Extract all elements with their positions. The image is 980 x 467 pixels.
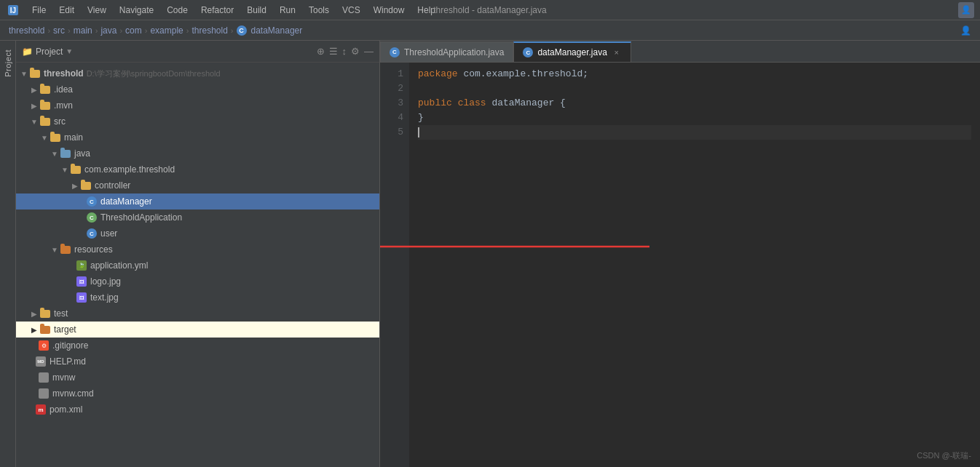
text-cursor [418, 127, 419, 137]
menu-view[interactable]: View [82, 4, 112, 17]
tree-item-main[interactable]: ▼ main [16, 129, 379, 145]
arrow-thresholdapp [80, 212, 86, 223]
code-line-4: } [418, 111, 971, 125]
tree-item-datamanager[interactable]: C dataManager [16, 193, 379, 209]
tree-item-resources[interactable]: ▼ resources [16, 242, 379, 258]
menu-edit[interactable]: Edit [53, 4, 80, 17]
tree-item-pom-xml[interactable]: m pom.xml [16, 402, 379, 418]
tree-item-threshold[interactable]: ▼ threshold D:\学习案例\springbootDom\thresh… [16, 65, 379, 81]
arrow-help-md [29, 356, 35, 367]
tab-label-1: ThresholdApplication.java [404, 47, 504, 57]
breadcrumb-threshold2[interactable]: threshold [191, 25, 227, 36]
breadcrumb: threshold › src › main › java › com › ex… [0, 20, 980, 41]
menu-code[interactable]: Code [161, 4, 194, 17]
watermark: CSDN @-联瑞- [917, 450, 971, 461]
menu-window[interactable]: Window [368, 4, 411, 17]
user-avatar[interactable]: 👤 [958, 2, 974, 18]
label-main: main [64, 132, 83, 143]
icon-main [50, 132, 61, 143]
icon-threshold [29, 68, 41, 79]
tree-item-user[interactable]: C user [16, 225, 379, 242]
line-numbers: 1 2 3 4 5 [380, 63, 409, 467]
tree-item-thresholdapp[interactable]: C ThresholdApplication [16, 209, 379, 225]
tree-item-help-md[interactable]: MD HELP.md [16, 354, 379, 370]
tree-item-com-example[interactable]: ▼ com.example.threshold [16, 161, 379, 177]
label-threshold-path: D:\学习案例\springbootDom\threshold [87, 68, 221, 79]
tab-close-button[interactable]: × [612, 47, 622, 57]
label-idea: .idea [54, 84, 73, 95]
tree-item-application-yml[interactable]: 🍃 application.yml [16, 258, 379, 274]
breadcrumb-com[interactable]: com [125, 25, 142, 36]
arrow-logo-jpg [70, 276, 76, 287]
label-mvn: .mvn [54, 100, 73, 111]
menu-navigate[interactable]: Navigate [114, 4, 159, 17]
tree-item-src[interactable]: ▼ src [16, 113, 379, 129]
pkg-name: com.example.threshold; [458, 67, 588, 81]
code-line-2 [418, 81, 971, 96]
icon-user: C [86, 228, 98, 239]
sp1 [452, 96, 458, 111]
menu-build[interactable]: Build [241, 4, 272, 17]
tab-label-2: dataManager.java [537, 47, 606, 57]
tree-item-mvnw-cmd[interactable]: mvnw.cmd [16, 386, 379, 402]
settings-icon[interactable]: ⚙ [351, 46, 360, 57]
label-resources: resources [74, 244, 113, 255]
arrow-user [80, 228, 86, 239]
menu-refactor[interactable]: Refactor [195, 4, 240, 17]
label-thresholdapp: ThresholdApplication [100, 212, 182, 223]
tree-item-target[interactable]: ▶ target [16, 322, 379, 338]
breadcrumb-example[interactable]: example [150, 25, 183, 36]
locate-icon[interactable]: ⊕ [317, 46, 325, 57]
tree-item-controller[interactable]: ▶ controller [16, 177, 379, 193]
kw-class: class [458, 96, 486, 111]
code-content[interactable]: package com.example.threshold; public cl… [409, 63, 980, 467]
breadcrumb-datamanager[interactable]: dataManager [251, 25, 303, 36]
arrow-application-yml [70, 260, 76, 271]
breadcrumb-java[interactable]: java [100, 25, 116, 36]
arrow-src: ▼ [29, 116, 39, 127]
arrow-java: ▼ [50, 148, 60, 159]
tree-item-logo-jpg[interactable]: 🖼 logo.jpg [16, 274, 379, 290]
menu-file[interactable]: File [26, 4, 52, 17]
tree-item-mvnw[interactable]: mvnw [16, 370, 379, 386]
label-test: test [54, 308, 68, 319]
project-dropdown-arrow[interactable]: ▼ [66, 47, 73, 55]
minimize-icon[interactable]: — [364, 46, 374, 57]
side-tab-project[interactable]: Project [1, 44, 15, 83]
project-tab-label: 📁 Project ▼ [22, 47, 73, 57]
code-area[interactable]: 1 2 3 4 5 package com.example.threshold;… [380, 63, 980, 467]
icon-gitignore: ⚙ [38, 340, 50, 351]
breadcrumb-src[interactable]: src [53, 25, 65, 36]
label-user: user [100, 228, 117, 239]
arrow-text-jpg [70, 292, 76, 303]
tree-item-mvn[interactable]: ▶ .mvn [16, 97, 379, 113]
icon-resources [60, 244, 71, 255]
collapse-icon[interactable]: ☰ [329, 46, 338, 57]
arrow-main: ▼ [39, 132, 50, 143]
icon-text-jpg: 🖼 [76, 292, 87, 303]
label-datamanager: dataManager [100, 196, 152, 207]
tab-thresholdapplication[interactable]: C ThresholdApplication.java [380, 41, 513, 62]
breadcrumb-action[interactable]: 👤 [960, 25, 971, 36]
breadcrumb-threshold[interactable]: threshold [9, 25, 44, 36]
arrow-mvnw-cmd [32, 388, 38, 399]
tree-item-java[interactable]: ▼ java [16, 145, 379, 161]
tree-item-gitignore[interactable]: ⚙ .gitignore [16, 338, 379, 354]
label-pom-xml: pom.xml [50, 404, 82, 415]
icon-thresholdapp: C [86, 212, 98, 223]
tab-datamanager[interactable]: C dataManager.java × [513, 41, 631, 62]
menu-tools[interactable]: Tools [303, 4, 335, 17]
tree-item-test[interactable]: ▶ test [16, 306, 379, 322]
sort-icon[interactable]: ↕ [342, 46, 347, 57]
icon-java [60, 148, 71, 159]
arrow-datamanager [80, 196, 86, 207]
label-mvnw-cmd: mvnw.cmd [52, 388, 94, 399]
menu-run[interactable]: Run [274, 4, 301, 17]
menu-vcs[interactable]: VCS [336, 4, 366, 17]
tree-item-text-jpg[interactable]: 🖼 text.jpg [16, 290, 379, 306]
breadcrumb-main[interactable]: main [74, 25, 92, 36]
arrow-gitignore [32, 340, 38, 351]
label-controller: controller [95, 180, 130, 191]
arrow-test: ▶ [29, 308, 39, 319]
tree-item-idea[interactable]: ▶ .idea [16, 81, 379, 97]
